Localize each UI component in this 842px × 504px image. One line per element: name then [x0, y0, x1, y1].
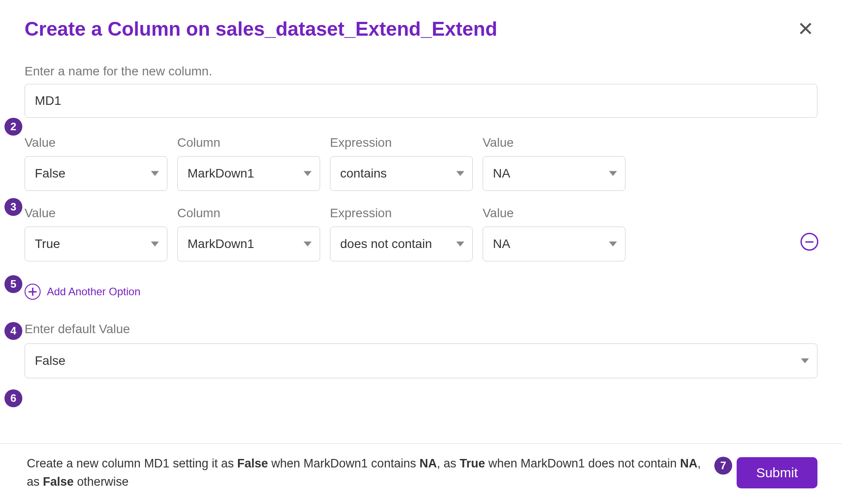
default-value-text: False	[35, 354, 65, 368]
label-column: Column	[177, 206, 320, 220]
row1-column-select[interactable]: MarkDown1	[177, 156, 320, 191]
row1-expression-select[interactable]: contains	[330, 156, 473, 191]
label-expression: Expression	[330, 206, 473, 220]
row1-match-text: NA	[493, 166, 510, 181]
row2-column-select[interactable]: MarkDown1	[177, 227, 320, 261]
row2-column-text: MarkDown1	[188, 237, 254, 251]
summary-text: Create a new column MD1 setting it as Fa…	[27, 454, 710, 491]
chevron-down-icon	[304, 171, 312, 176]
close-icon[interactable]: ✕	[794, 19, 817, 39]
step-badge-6: 6	[4, 389, 22, 407]
chevron-down-icon	[456, 171, 464, 176]
plus-icon	[25, 284, 41, 300]
add-option-label: Add Another Option	[47, 285, 140, 298]
chevron-down-icon	[609, 242, 617, 247]
default-value-select[interactable]: False	[25, 343, 817, 378]
step-badge-2: 2	[4, 118, 22, 136]
chevron-down-icon	[801, 359, 809, 364]
row1-column-text: MarkDown1	[188, 166, 254, 181]
label-column: Column	[177, 136, 320, 150]
row1-value-text: False	[35, 166, 65, 181]
step-badge-5: 5	[4, 275, 22, 293]
remove-row-button[interactable]	[800, 233, 818, 251]
row2-expression-select[interactable]: does not contain	[330, 227, 473, 261]
step-badge-7: 7	[714, 457, 732, 475]
label-value: Value	[25, 136, 167, 150]
label-matchvalue: Value	[483, 206, 625, 220]
column-name-input[interactable]	[25, 84, 817, 118]
add-option-button[interactable]: Add Another Option	[25, 284, 817, 300]
row2-match-select[interactable]: NA	[483, 227, 625, 261]
chevron-down-icon	[609, 171, 617, 176]
label-expression: Expression	[330, 136, 473, 150]
name-label: Enter a name for the new column.	[25, 64, 817, 78]
default-value-label: Enter default Value	[25, 322, 817, 336]
step-badge-4: 4	[4, 322, 22, 340]
row2-value-select[interactable]: True	[25, 227, 167, 261]
step-badge-3: 3	[4, 198, 22, 216]
label-value: Value	[25, 206, 167, 220]
row2-match-text: NA	[493, 237, 510, 251]
row1-match-select[interactable]: NA	[483, 156, 625, 191]
chevron-down-icon	[151, 242, 159, 247]
chevron-down-icon	[151, 171, 159, 176]
label-matchvalue: Value	[483, 136, 625, 150]
row2-value-text: True	[35, 237, 60, 251]
row2-expression-text: does not contain	[340, 237, 432, 251]
chevron-down-icon	[456, 242, 464, 247]
row1-value-select[interactable]: False	[25, 156, 167, 191]
page-title: Create a Column on sales_dataset_Extend_…	[25, 18, 497, 40]
row1-expression-text: contains	[340, 166, 387, 181]
chevron-down-icon	[304, 242, 312, 247]
submit-button[interactable]: Submit	[737, 457, 817, 488]
